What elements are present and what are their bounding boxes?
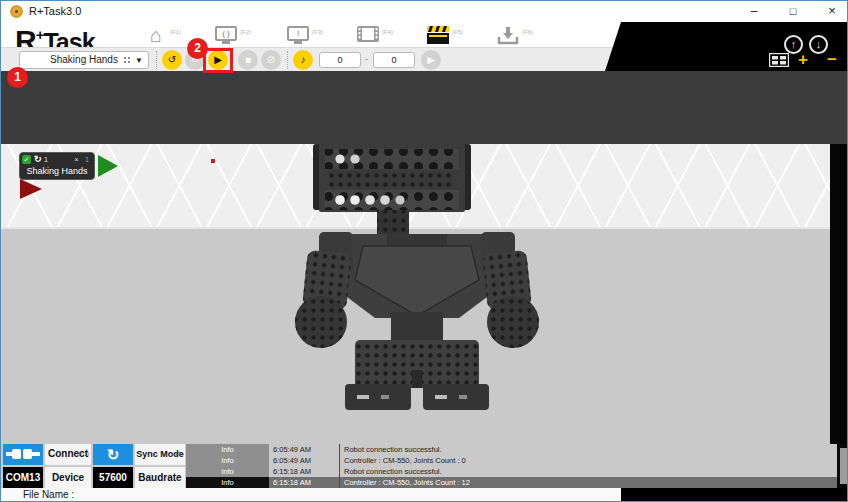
- download-tray-icon: [496, 25, 520, 45]
- repeat-count-input-2[interactable]: 0: [373, 52, 415, 68]
- sync-mode-button[interactable]: Sync Mode (F9): [135, 444, 185, 465]
- minimize-button[interactable]: –: [737, 1, 771, 22]
- baudrate-value[interactable]: 57600: [93, 467, 133, 488]
- film-strip-icon: [356, 25, 380, 43]
- tab-code-monitor[interactable]: ( ) (F2): [213, 25, 239, 47]
- viewport-red-marker: [211, 159, 215, 163]
- tab-motion-list[interactable]: (F4): [355, 25, 381, 47]
- annotation-badge-1: 1: [7, 67, 28, 88]
- zoom-in-button[interactable]: +: [798, 51, 808, 68]
- output-monitor-icon: !: [287, 26, 309, 41]
- tab-motion-editor-selected[interactable]: (F5): [425, 25, 451, 47]
- file-name-label: File Name :: [1, 488, 621, 502]
- sync-loop-icon: ↻: [107, 446, 120, 463]
- chevron-down-icon: ▼: [135, 52, 143, 69]
- log-scrollbar-thumb[interactable]: [840, 448, 847, 484]
- music-button[interactable]: ♪: [293, 50, 313, 70]
- viewport-tools-panel: ↑ ↓ + −: [605, 22, 848, 71]
- file-bar: File Name :: [1, 488, 848, 502]
- play-cursor-red[interactable]: [20, 179, 42, 199]
- close-button[interactable]: ×: [815, 1, 848, 22]
- stop-button[interactable]: ■: [238, 50, 258, 70]
- app-icon: [10, 5, 23, 18]
- range-dash: -: [365, 54, 368, 64]
- loop-icon: ↻: [34, 154, 42, 164]
- annotation-rect-2: [203, 48, 233, 73]
- cancel-button[interactable]: ⊘: [261, 50, 281, 70]
- loop-count: 1: [44, 156, 48, 163]
- connect-icon-button[interactable]: [3, 444, 43, 465]
- annotation-badge-2: 2: [187, 38, 208, 59]
- download-robot-button[interactable]: ↓: [809, 35, 828, 54]
- sync-mode-icon-button[interactable]: ↻: [93, 444, 133, 465]
- connect-button[interactable]: Connect (F12): [45, 444, 91, 465]
- connector-plug-icon: [6, 446, 40, 462]
- status-bar: Connect (F12) ↻ Sync Mode (F9) COM13 Dev…: [1, 444, 848, 488]
- motion-unit-name: Shaking Hands: [20, 166, 94, 176]
- home-icon: ⌂: [150, 24, 162, 46]
- tab-home[interactable]: ⌂ (F1): [143, 25, 169, 47]
- multiply-sign: ×: [74, 155, 79, 164]
- motion-select-dropdown[interactable]: Shaking Hands ▼: [19, 51, 149, 69]
- robot-3d-viewport[interactable]: [1, 144, 830, 444]
- tab-download[interactable]: (F6): [495, 25, 521, 47]
- motion-timeline: 1 2 ✓ ↻ 1 × 1 Shaking Hands ↻: [1, 71, 848, 144]
- log-row[interactable]: Info 6:05:49 AM Robot connection success…: [186, 444, 837, 455]
- tab-output-monitor[interactable]: ! (F3): [285, 25, 311, 47]
- rtask-window: R+Task3.0 – □ × R+Task ⌂ (F1) ( ) (F2) !…: [0, 0, 848, 502]
- repeat-times: 1: [85, 156, 89, 163]
- log-row[interactable]: Info 6:15:18 AM Robot connection success…: [186, 466, 837, 477]
- film-grid-icon[interactable]: [769, 53, 789, 67]
- main-toolbar: R+Task ⌂ (F1) ( ) (F2) ! (F3) (F4): [1, 22, 848, 71]
- divider: [156, 51, 157, 69]
- undo-button[interactable]: ↺: [162, 50, 182, 70]
- repeat-count-input[interactable]: 0: [319, 52, 361, 68]
- motion-select-value: Shaking Hands: [50, 54, 118, 65]
- title-bar: R+Task3.0 – □ ×: [1, 1, 848, 22]
- log-row[interactable]: Info 6:05:49 AM Controller : CM-550, Joi…: [186, 455, 837, 466]
- maximize-button[interactable]: □: [776, 1, 810, 22]
- robot-3d-model: [291, 144, 541, 414]
- window-title: R+Task3.0: [29, 5, 81, 17]
- log-row-selected[interactable]: Info 6:15:18 AM Controller : CM-550, Joi…: [186, 477, 837, 488]
- check-icon: ✓: [22, 155, 31, 164]
- log-list: Info 6:05:49 AM Robot connection success…: [186, 444, 837, 488]
- play-music-button[interactable]: ▶: [421, 50, 441, 70]
- grid-icon: [124, 57, 130, 63]
- divider: [287, 51, 288, 69]
- motion-toolbar-row: Shaking Hands ▼ ↺ ↻ ▶ ■ ⊘ ♪ 0 - 0 ▶: [1, 47, 619, 71]
- motion-unit-block[interactable]: ✓ ↻ 1 × 1 Shaking Hands: [19, 152, 95, 180]
- viewport-scroll-track[interactable]: [830, 144, 848, 444]
- play-cursor-green[interactable]: [98, 155, 118, 177]
- device-button[interactable]: Device: [45, 467, 91, 488]
- code-monitor-icon: ( ): [215, 26, 237, 41]
- com-port-value[interactable]: COM13: [3, 467, 43, 488]
- baudrate-button[interactable]: Baudrate: [135, 467, 185, 488]
- clapperboard-icon: [426, 25, 450, 45]
- zoom-out-button[interactable]: −: [827, 51, 837, 68]
